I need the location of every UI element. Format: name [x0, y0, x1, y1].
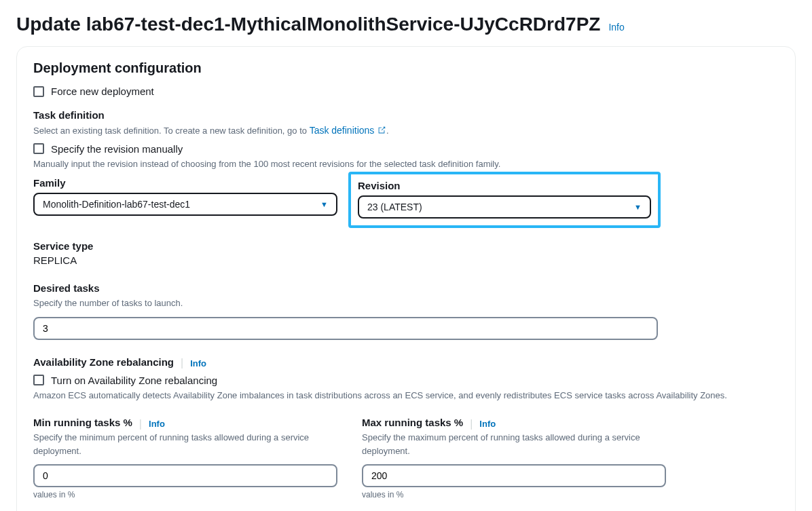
desired-tasks-helper: Specify the number of tasks to launch. — [33, 297, 779, 310]
task-definition-helper: Select an existing task definition. To c… — [33, 124, 779, 139]
az-rebalancing-checkbox[interactable] — [33, 375, 44, 385]
max-running-input[interactable] — [362, 464, 666, 487]
max-running-label: Max running tasks % — [362, 417, 463, 428]
min-running-helper: Specify the minimum percent of running t… — [33, 431, 337, 457]
info-link[interactable]: Info — [608, 22, 624, 33]
min-running-note: values in % — [33, 490, 337, 499]
revision-label: Revision — [358, 180, 651, 191]
min-running-input[interactable] — [33, 464, 337, 487]
family-select[interactable]: Monolith-Definition-lab67-test-dec1 — [33, 193, 337, 216]
specify-revision-checkbox[interactable] — [33, 143, 44, 154]
family-label: Family — [33, 177, 337, 189]
az-info-link[interactable]: Info — [190, 358, 206, 368]
external-link-icon — [377, 126, 386, 139]
max-running-helper: Specify the maximum percent of running t… — [362, 431, 666, 457]
revision-highlight: Revision 23 (LATEST) ▼ — [348, 172, 661, 228]
task-definitions-link[interactable]: Task definitions — [310, 125, 375, 136]
desired-tasks-input[interactable] — [33, 317, 658, 340]
az-rebalancing-checkbox-label: Turn on Availability Zone rebalancing — [51, 375, 217, 386]
force-new-deployment-checkbox[interactable] — [33, 86, 44, 97]
force-new-deployment-label: Force new deployment — [51, 86, 154, 97]
az-rebalancing-label: Availability Zone rebalancing — [33, 356, 174, 368]
page-header: Update lab67-test-dec1-MythicalMonolithS… — [16, 14, 796, 35]
revision-select[interactable]: 23 (LATEST) — [358, 195, 651, 219]
page-title: Update lab67-test-dec1-MythicalMonolithS… — [16, 14, 600, 35]
az-rebalancing-helper: Amazon ECS automatically detects Availab… — [33, 389, 779, 402]
max-info-link[interactable]: Info — [479, 419, 496, 429]
specify-revision-helper: Manually input the revision instead of c… — [33, 157, 779, 171]
min-running-label: Min running tasks % — [33, 417, 132, 428]
task-definition-label: Task definition — [33, 109, 779, 121]
specify-revision-label: Specify the revision manually — [51, 143, 183, 155]
service-type-value: REPLICA — [33, 254, 779, 266]
desired-tasks-label: Desired tasks — [33, 282, 779, 294]
service-type-label: Service type — [33, 240, 779, 252]
config-container: Deployment configuration Force new deplo… — [16, 46, 796, 511]
section-title: Deployment configuration — [33, 60, 779, 76]
min-info-link[interactable]: Info — [149, 419, 165, 429]
max-running-note: values in % — [362, 490, 666, 499]
